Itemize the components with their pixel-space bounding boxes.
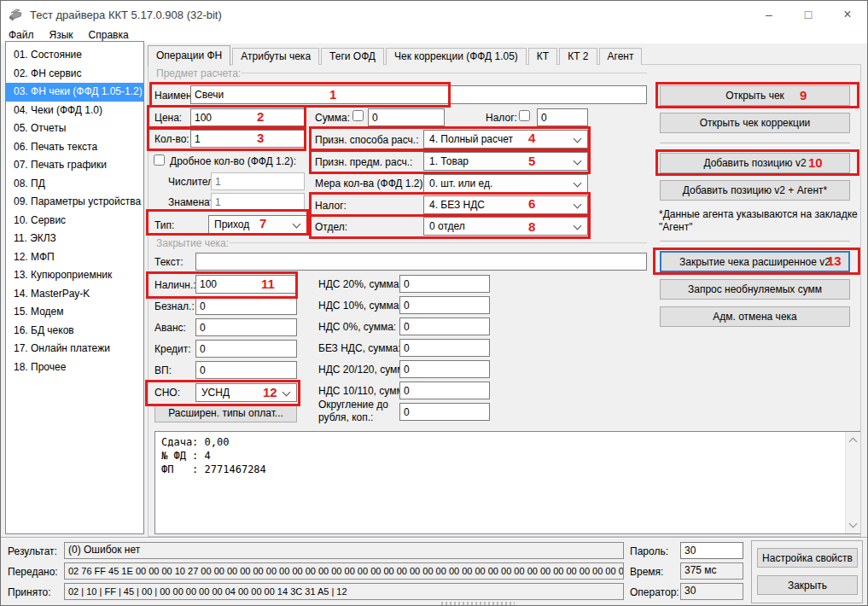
log-output[interactable]: Сдача: 0,00 № ФД : 4 ФП : 2771467284 [154,431,860,534]
group-subject-label: Предмет расчета: [156,67,241,79]
chevron-down-icon [574,201,582,209]
sidebar-item-13[interactable]: 13. Купюроприемник [6,266,143,285]
tab-2[interactable]: Атрибуты чека [232,48,319,65]
vat20120-label: НДС 20/120, сумма: [318,364,413,376]
sidebar-item-14[interactable]: 14. MasterPay-K [6,285,143,304]
statusbar-divider [1,538,868,539]
app-window: Тест драйвера ККТ 5.17.0.908 (32-bit) – … [0,0,868,606]
vat10-input[interactable] [399,296,490,314]
sno-select[interactable]: УСНД [195,383,297,402]
password-input[interactable] [680,542,743,559]
vat-value: 4. БЕЗ НДС [429,199,485,211]
text-input[interactable] [195,253,647,271]
sidebar-item-4[interactable]: 04. Чеки (ФФД 1.0) [6,102,143,120]
vat-select[interactable]: 4. БЕЗ НДС [423,195,588,214]
vat0-input[interactable] [399,318,490,335]
operator-field: 30 [680,583,743,600]
sidebar-item-2[interactable]: 02. ФН сервис [6,65,143,84]
tab-5[interactable]: КТ [528,48,557,65]
vp-input[interactable] [195,361,297,379]
close-button[interactable]: × [828,1,867,28]
cash-label: Наличн.: [154,279,196,291]
chevron-down-icon [574,222,582,230]
sidebar-item-18[interactable]: 18. Прочее [6,358,143,377]
tax-checkbox[interactable] [519,110,530,121]
window-title: Тест драйвера ККТ 5.17.0.908 (32-bit) [30,9,222,21]
result-label: Результат: [8,545,57,557]
scroll-down-icon[interactable] [849,520,858,528]
separator [660,143,850,146]
cashless-input[interactable] [195,297,297,315]
pay-method-label: Призн. способа расч.: [315,134,419,146]
fraction-checkbox[interactable] [154,154,165,166]
vat10110-input[interactable] [399,382,490,399]
sidebar-item-11[interactable]: 11. ЭКЛЗ [6,230,143,248]
extended-payment-types-button[interactable]: Расширен. типы оплат... [154,404,297,422]
rounding-label: Округление до рубля, коп.: [318,399,397,424]
text-label: Текст: [154,256,184,268]
vat-label: Налог: [315,200,347,212]
sidebar-item-12[interactable]: 12. МФП [6,248,143,267]
sidebar-item-16[interactable]: 16. БД чеков [6,322,143,341]
sidebar-item-17[interactable]: 17. Онлайн платежи [6,340,143,358]
received-field: 02 | 10 | FF | 45 | 00 | 00 00 00 00 00 … [64,583,624,600]
add-position-v2-button[interactable]: Добавить позицию v2 [660,153,850,173]
scroll-up-icon[interactable] [849,438,858,446]
sidebar-item-8[interactable]: 08. ПД [6,175,143,194]
operator-label: Оператор: [630,586,679,598]
subject-kind-label: Призн. предм. расч.: [315,156,412,168]
tax-amount-input[interactable] [537,108,588,126]
close-app-button[interactable]: Закрыть [757,575,858,595]
sidebar-item-5[interactable]: 05. Отчеты [6,119,143,138]
measure-select[interactable]: 0. шт. или ед. [423,174,588,193]
sum-input[interactable] [368,108,445,126]
subject-kind-select[interactable]: 1. Товар [423,152,588,171]
vat20-label: НДС 20%, сумма: [318,278,402,290]
qty-input[interactable] [190,130,305,148]
credit-input[interactable] [195,340,297,358]
advance-input[interactable] [195,318,297,336]
chevron-down-icon [574,157,582,166]
type-select[interactable]: Приход [208,215,307,234]
sidebar-item-1[interactable]: 01. Состояние [6,46,143,65]
add-position-v2-agent-button[interactable]: Добавить позицию v2 + Агент* [660,180,850,201]
measure-value: 0. шт. или ед. [429,178,492,189]
denominator-input[interactable] [211,193,305,211]
dept-select[interactable]: 0 отдел [423,217,588,236]
novat-input[interactable] [399,339,490,357]
sidebar-item-6[interactable]: 06. Печать текста [6,138,143,157]
chevron-down-icon [574,179,582,188]
tab-7[interactable]: Агент [599,48,643,65]
log-scrollbar[interactable] [845,432,860,533]
pay-method-select[interactable]: 4. Полный расчет [423,130,588,149]
rounding-input[interactable] [399,403,490,421]
request-nonzero-sums-button[interactable]: Запрос необнуляемых сумм [660,279,850,300]
vat20-input[interactable] [399,275,490,293]
type-label: Тип: [154,219,174,231]
novat-label: БЕЗ НДС, сумма: [318,342,401,354]
minimize-button[interactable]: – [749,1,789,28]
received-label: Принято: [8,586,51,598]
admin-cancel-receipt-button[interactable]: Адм. отмена чека [660,306,850,327]
sidebar-item-15[interactable]: 15. Модем [6,303,143,322]
tab-1[interactable]: Операции ФН [148,45,230,66]
open-correction-button[interactable]: Открыть чек коррекции [660,113,850,133]
sidebar-item-9[interactable]: 09. Параметры устройства [6,193,143,212]
sum-checkbox[interactable] [352,110,364,121]
subject-kind-value: 1. Товар [429,155,469,167]
tab-4[interactable]: Чек коррекции (ФФД 1.05) [386,48,527,65]
open-receipt-button[interactable]: Открыть чек [660,85,850,106]
vat20120-input[interactable] [399,360,490,378]
sidebar-item-10[interactable]: 10. Сервис [6,212,143,230]
price-input[interactable] [190,108,305,126]
sidebar-item-3[interactable]: 03. ФН чеки (ФФД 1.05-1.2) [6,83,143,102]
settings-button[interactable]: Настройка свойств [757,548,858,568]
tab-6[interactable]: КТ 2 [559,48,597,65]
numerator-input[interactable] [211,172,305,190]
close-receipt-extended-v2-button[interactable]: Закрытие чека расширенное v2 [660,251,850,272]
tab-3[interactable]: Теги ОФД [321,48,384,65]
cash-input[interactable] [195,275,297,294]
sidebar-item-7[interactable]: 07. Печать графики [6,156,143,175]
maximize-button[interactable]: □ [789,1,828,28]
name-input[interactable] [190,85,647,104]
